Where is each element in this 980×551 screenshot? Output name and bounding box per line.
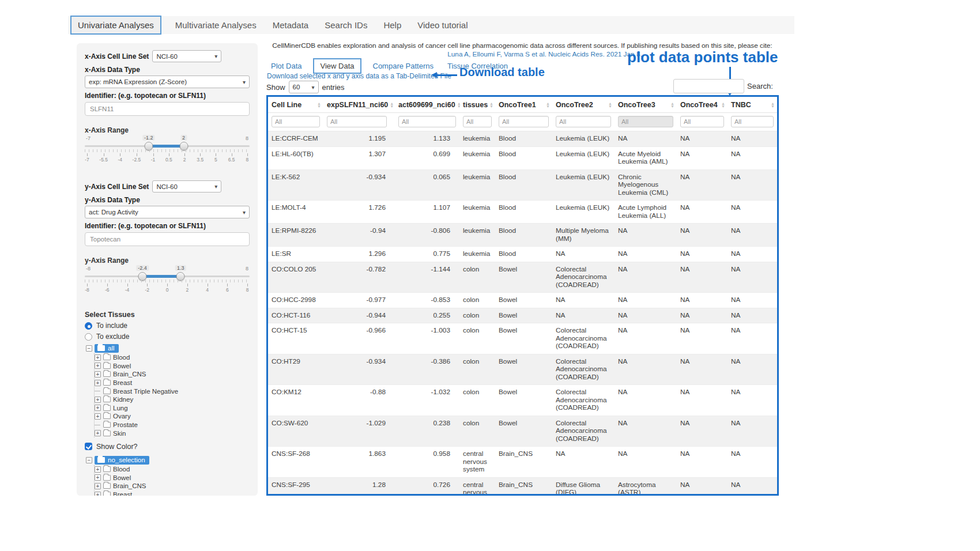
- column-filter-input[interactable]: [680, 116, 724, 127]
- tab-univariate-analyses[interactable]: Univariate Analyses: [70, 16, 161, 35]
- column-filter-input[interactable]: [618, 116, 673, 127]
- y-axis-cell-line-set-select[interactable]: NCI-60 ▾: [152, 180, 221, 193]
- expand-icon[interactable]: +: [95, 371, 101, 378]
- tree-item[interactable]: Breast Triple Negative: [95, 387, 250, 395]
- tree-item[interactable]: + Bowel: [95, 362, 250, 371]
- tab-metadata[interactable]: Metadata: [273, 20, 309, 30]
- column-header[interactable]: OncoTree1 ▲▼: [495, 97, 552, 113]
- column-header[interactable]: Cell Line ▲▼: [268, 97, 323, 113]
- expand-icon[interactable]: +: [95, 397, 101, 403]
- expand-icon[interactable]: [95, 388, 101, 394]
- entries-select[interactable]: 60 ▾: [289, 81, 319, 93]
- expand-icon[interactable]: [95, 422, 101, 428]
- x-axis-identifier-input[interactable]: [85, 102, 250, 116]
- download-tab-delimited-link[interactable]: Download selected x and y axis data as a…: [267, 72, 451, 80]
- column-filter-input[interactable]: [731, 116, 774, 127]
- x-axis-cell-line-set-select[interactable]: NCI-60 ▾: [152, 50, 221, 62]
- slider-high-value: 1.3: [175, 265, 186, 271]
- sort-icon[interactable]: ▲▼: [390, 102, 394, 108]
- tnbc-cell: NA: [728, 146, 777, 169]
- tab-view-data[interactable]: View Data: [313, 58, 361, 74]
- tree-root-no-selection-chip[interactable]: no_selection: [95, 456, 149, 465]
- tree-item[interactable]: + Bowel: [95, 474, 250, 482]
- tree-item[interactable]: + Breast: [95, 379, 250, 387]
- tree-item[interactable]: Prostate: [95, 421, 250, 429]
- act-value-cell: 1.107: [395, 201, 459, 224]
- tab-plot-data[interactable]: Plot Data: [271, 62, 301, 70]
- y-axis-data-type-select[interactable]: act: Drug Activity ▾: [85, 206, 250, 218]
- tab-multivariate-analyses[interactable]: Multivariate Analyses: [175, 20, 257, 30]
- oncotree2-cell: Colorectal Adenocarcinoma (COADREAD): [552, 385, 615, 416]
- sort-icon[interactable]: ▲▼: [317, 102, 321, 108]
- column-header[interactable]: act609699_nci60 ▲▼: [395, 97, 459, 113]
- tree-item[interactable]: + Brain_CNS: [95, 482, 250, 490]
- column-filter-input[interactable]: [463, 116, 492, 127]
- sort-icon[interactable]: ▲▼: [608, 102, 612, 108]
- tree-item-label: Bowel: [113, 363, 131, 369]
- tree-item[interactable]: + Ovary: [95, 412, 250, 421]
- column-header[interactable]: TNBC ▲▼: [728, 97, 777, 113]
- column-header[interactable]: tissues ▲▼: [459, 97, 495, 113]
- tab-video-tutorial[interactable]: Video tutorial: [417, 20, 468, 30]
- radio-to-include[interactable]: To include: [85, 322, 250, 330]
- column-filter-input[interactable]: [556, 116, 611, 127]
- expand-icon[interactable]: +: [95, 405, 101, 411]
- oncotree3-cell: NA: [615, 447, 677, 478]
- column-filter-input[interactable]: [398, 116, 456, 127]
- column-header[interactable]: OncoTree2 ▲▼: [552, 97, 615, 113]
- column-filter-input[interactable]: [327, 116, 387, 127]
- column-header[interactable]: OncoTree4 ▲▼: [677, 97, 728, 113]
- show-color-checkbox-row[interactable]: Show Color?: [85, 443, 250, 451]
- slider-tick-label: 6: [225, 284, 229, 293]
- expand-icon[interactable]: +: [95, 483, 101, 489]
- show-label: Show: [266, 83, 285, 92]
- sort-icon[interactable]: ▲▼: [546, 102, 550, 108]
- tree-item[interactable]: + Breast: [95, 490, 250, 496]
- oncotree2-cell: NA: [552, 247, 615, 262]
- tree-item[interactable]: + Blood: [95, 353, 250, 362]
- expand-icon[interactable]: +: [95, 430, 101, 436]
- expand-icon[interactable]: +: [95, 466, 101, 473]
- expand-icon[interactable]: +: [95, 492, 101, 496]
- tree-item[interactable]: + Kidney: [95, 395, 250, 404]
- column-header[interactable]: expSLFN11_nci60 ▲▼: [323, 97, 395, 113]
- column-filter-input[interactable]: [499, 116, 549, 127]
- tab-search-ids[interactable]: Search IDs: [325, 20, 367, 30]
- tab-compare-patterns[interactable]: Compare Patterns: [373, 62, 434, 70]
- exp-value-cell: 1.195: [323, 131, 395, 147]
- folder-icon: [103, 475, 111, 481]
- tree-item[interactable]: + Skin: [95, 429, 250, 437]
- search-input[interactable]: [673, 79, 744, 93]
- y-axis-identifier-input[interactable]: [85, 232, 250, 246]
- expand-icon[interactable]: +: [95, 354, 101, 361]
- tree-root-all-chip[interactable]: all: [95, 344, 119, 353]
- checkbox-checked-icon[interactable]: [85, 443, 92, 450]
- collapse-icon[interactable]: −: [86, 457, 92, 463]
- radio-unselected-icon[interactable]: [85, 333, 92, 341]
- column-filter-input[interactable]: [272, 116, 320, 127]
- tree-item[interactable]: + Brain_CNS: [95, 370, 250, 379]
- tree-item-label: Breast Triple Negative: [113, 388, 178, 395]
- tree-root-no-selection[interactable]: − no_selection: [86, 455, 250, 465]
- tree-item[interactable]: + Blood: [95, 465, 250, 474]
- expand-icon[interactable]: +: [95, 474, 101, 481]
- radio-to-exclude[interactable]: To exclude: [85, 333, 250, 341]
- expand-icon[interactable]: +: [95, 413, 101, 420]
- sort-icon[interactable]: ▲▼: [721, 102, 725, 108]
- cell-line-cell: CNS:SF-295: [268, 477, 323, 496]
- tab-help[interactable]: Help: [383, 20, 401, 30]
- annotation-download-table: Download table: [459, 66, 545, 79]
- expand-icon[interactable]: +: [95, 363, 101, 369]
- column-header[interactable]: OncoTree3 ▲▼: [615, 97, 677, 113]
- sort-icon[interactable]: ▲▼: [457, 102, 461, 108]
- tree-root-all[interactable]: − all: [86, 344, 250, 353]
- sort-icon[interactable]: ▲▼: [489, 102, 493, 108]
- expand-icon[interactable]: +: [95, 380, 101, 386]
- folder-icon: [103, 413, 111, 419]
- x-axis-data-type-select[interactable]: exp: mRNA Expression (Z-Score) ▾: [85, 76, 250, 88]
- sort-icon[interactable]: ▲▼: [670, 102, 674, 108]
- sort-icon[interactable]: ▲▼: [771, 102, 775, 108]
- tree-item[interactable]: + Lung: [95, 404, 250, 413]
- collapse-icon[interactable]: −: [86, 345, 92, 352]
- radio-selected-icon[interactable]: [85, 322, 92, 330]
